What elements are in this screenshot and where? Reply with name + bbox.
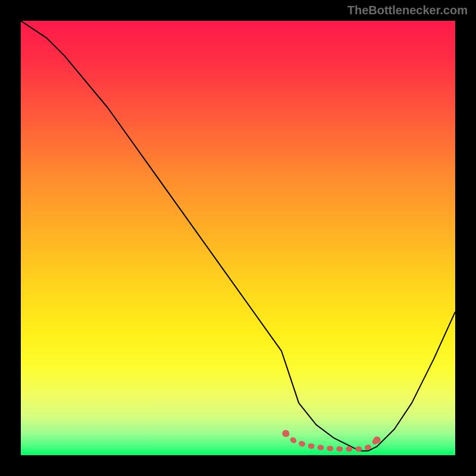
chart-svg — [21, 21, 455, 455]
curve-layer — [21, 21, 455, 451]
plot-area — [21, 21, 455, 455]
optimal-range-endpoint — [282, 430, 289, 437]
bottleneck-curve — [21, 21, 455, 451]
optimal-range-endpoint — [374, 437, 381, 444]
watermark-text: TheBottlenecker.com — [347, 4, 468, 17]
